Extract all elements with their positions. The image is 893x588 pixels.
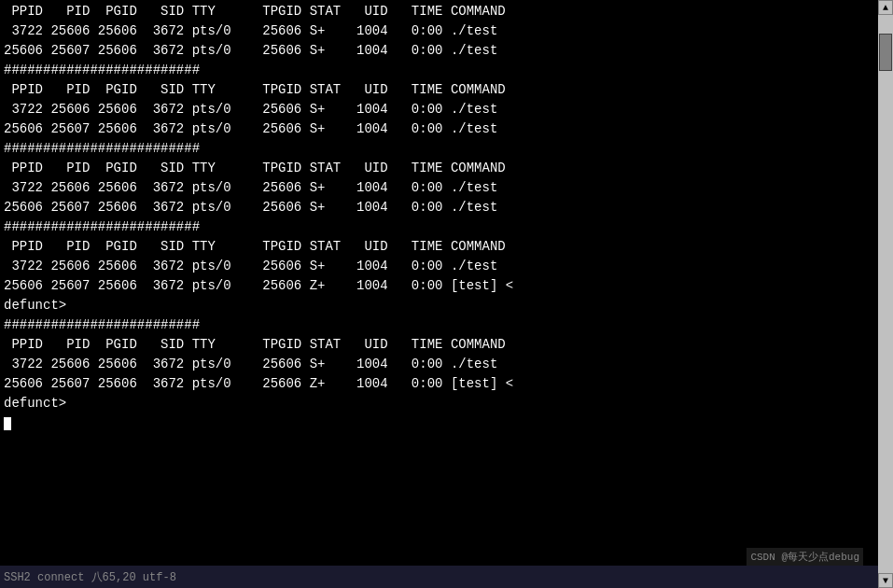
terminal-line: ######################### xyxy=(4,317,200,332)
terminal-line: ######################### xyxy=(4,63,200,77)
status-bar: SSH2 connect 八65,20 utf-8 xyxy=(0,566,878,588)
terminal-line: 25606 25607 25606 3672 pts/0 25606 S+ 10… xyxy=(4,43,497,58)
terminal-line: PPID PID PGID SID TTY TPGID STAT UID TIM… xyxy=(4,161,506,175)
terminal-body[interactable]: PPID PID PGID SID TTY TPGID STAT UID TIM… xyxy=(0,0,878,588)
terminal-line: defunct> xyxy=(4,396,66,411)
terminal-line: 3722 25606 25606 3672 pts/0 25606 S+ 100… xyxy=(4,259,497,273)
terminal-line: 25606 25607 25606 3672 pts/0 25606 S+ 10… xyxy=(4,200,497,215)
terminal-line: 25606 25607 25606 3672 pts/0 25606 Z+ 10… xyxy=(4,278,513,293)
terminal-output: PPID PID PGID SID TTY TPGID STAT UID TIM… xyxy=(4,2,874,433)
terminal-line: ######################### xyxy=(4,141,200,156)
terminal-window: PPID PID PGID SID TTY TPGID STAT UID TIM… xyxy=(0,0,893,588)
scroll-up-button[interactable]: ▲ xyxy=(878,0,893,15)
scrollbar[interactable]: ▲ ▼ xyxy=(878,0,893,588)
terminal-line: 25606 25607 25606 3672 pts/0 25606 Z+ 10… xyxy=(4,376,513,391)
terminal-line: 3722 25606 25606 3672 pts/0 25606 S+ 100… xyxy=(4,180,497,195)
cursor-line xyxy=(4,415,11,430)
terminal-line: 25606 25607 25606 3672 pts/0 25606 S+ 10… xyxy=(4,121,497,136)
scroll-down-button[interactable]: ▼ xyxy=(878,573,893,588)
cursor xyxy=(4,417,11,430)
terminal-line: defunct> xyxy=(4,298,66,313)
terminal-line: PPID PID PGID SID TTY TPGID STAT UID TIM… xyxy=(4,337,506,352)
terminal-line: 3722 25606 25606 3672 pts/0 25606 S+ 100… xyxy=(4,357,497,371)
terminal-line: PPID PID PGID SID TTY TPGID STAT UID TIM… xyxy=(4,82,506,97)
scroll-thumb[interactable] xyxy=(879,34,892,71)
terminal-line: 3722 25606 25606 3672 pts/0 25606 S+ 100… xyxy=(4,23,497,38)
terminal-line: PPID PID PGID SID TTY TPGID STAT UID TIM… xyxy=(4,4,506,19)
status-text: SSH2 connect 八65,20 utf-8 xyxy=(4,569,176,585)
terminal-line: 3722 25606 25606 3672 pts/0 25606 S+ 100… xyxy=(4,102,497,117)
watermark: CSDN @每天少点debug xyxy=(746,548,863,566)
terminal-line: PPID PID PGID SID TTY TPGID STAT UID TIM… xyxy=(4,239,506,254)
terminal-line: ######################### xyxy=(4,219,200,234)
